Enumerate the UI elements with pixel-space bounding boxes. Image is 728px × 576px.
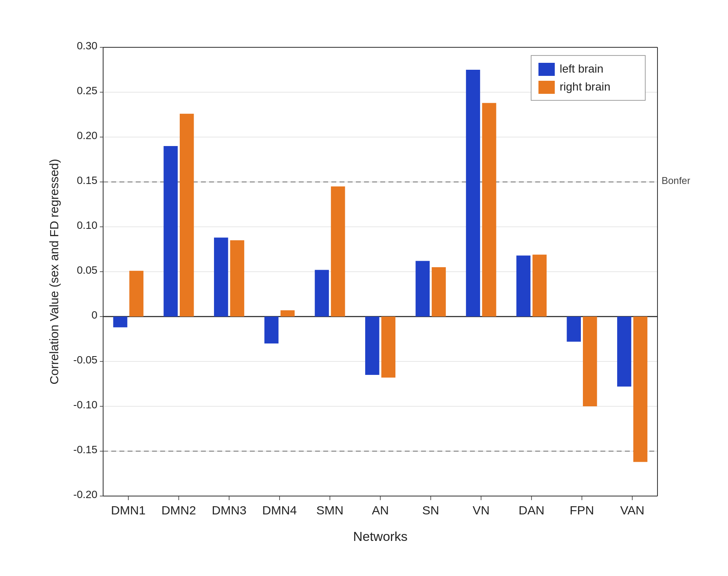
svg-text:-0.15: -0.15 [73,443,97,456]
svg-rect-68 [280,310,295,317]
svg-rect-81 [617,317,631,387]
svg-rect-61 [113,317,128,327]
svg-rect-75 [466,70,480,317]
svg-text:-0.05: -0.05 [73,354,97,366]
chart-container: // We'll render everything via JS in the… [38,27,690,549]
svg-rect-78 [532,255,547,317]
svg-text:Bonferroni correction (p<0.05): Bonferroni correction (p<0.05) [662,175,690,186]
svg-rect-92 [538,81,555,94]
svg-text:DMN4: DMN4 [262,503,297,517]
svg-text:Networks: Networks [353,529,407,544]
svg-rect-80 [583,317,597,406]
svg-rect-66 [230,240,245,317]
svg-rect-74 [432,267,446,317]
svg-text:-0.20: -0.20 [73,488,97,501]
svg-text:0.10: 0.10 [77,219,97,231]
svg-rect-76 [482,103,496,317]
svg-text:DMN3: DMN3 [212,503,247,517]
svg-text:right brain: right brain [560,80,611,93]
svg-text:VN: VN [472,503,490,517]
svg-text:0.15: 0.15 [77,174,97,186]
svg-text:-0.10: -0.10 [73,399,97,411]
svg-rect-79 [567,317,581,342]
svg-rect-64 [180,114,194,317]
svg-text:SMN: SMN [316,503,344,517]
svg-text:0.30: 0.30 [77,40,97,52]
svg-rect-72 [381,317,395,378]
svg-rect-67 [265,317,279,343]
svg-text:0.05: 0.05 [77,264,97,276]
svg-rect-77 [516,255,531,317]
svg-rect-65 [214,237,228,317]
svg-text:0.20: 0.20 [77,129,97,142]
svg-rect-63 [163,146,178,317]
svg-rect-90 [538,63,555,76]
svg-text:SN: SN [422,503,439,517]
svg-rect-73 [416,261,430,317]
svg-text:DAN: DAN [518,503,544,517]
svg-text:Correlation Value (sex and FD : Correlation Value (sex and FD regressed) [47,159,61,384]
svg-rect-82 [633,317,648,462]
svg-text:DMN1: DMN1 [111,503,146,517]
svg-rect-70 [331,186,345,317]
svg-rect-62 [129,271,143,317]
svg-text:left brain: left brain [560,62,603,75]
svg-text:0: 0 [92,309,97,321]
svg-text:AN: AN [372,503,389,517]
svg-rect-71 [365,317,379,375]
svg-text:0.25: 0.25 [77,84,97,97]
svg-text:FPN: FPN [570,503,594,517]
svg-text:DMN2: DMN2 [161,503,196,517]
svg-rect-69 [315,270,329,317]
svg-text:VAN: VAN [620,503,644,517]
